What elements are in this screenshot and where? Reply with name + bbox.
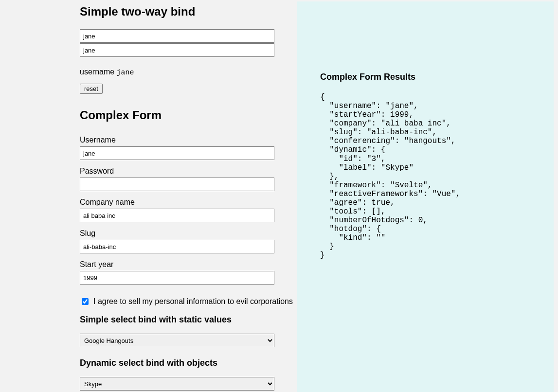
startyear-input[interactable] <box>80 271 274 285</box>
username-input[interactable] <box>80 146 274 160</box>
startyear-field-label: Start year <box>80 260 297 269</box>
simple-bind-heading: Simple two-way bind <box>80 5 297 18</box>
username-field-label: Username <box>80 136 297 144</box>
dynamic-select[interactable]: Skype <box>80 377 274 391</box>
simple-select[interactable]: Google Hangouts <box>80 334 274 347</box>
password-field-label: Password <box>80 167 297 176</box>
slug-input[interactable] <box>80 240 274 253</box>
username-display: username jane <box>80 68 297 77</box>
company-input[interactable] <box>80 209 274 222</box>
password-input[interactable] <box>80 178 274 191</box>
company-field-label: Company name <box>80 198 297 207</box>
simple-input-2[interactable] <box>80 43 274 57</box>
agree-label: I agree to sell my personal information … <box>93 297 293 306</box>
agree-checkbox[interactable] <box>82 298 89 305</box>
reset-button[interactable]: reset <box>80 84 103 94</box>
dynamic-select-heading: Dynamic select bind with objects <box>80 358 297 368</box>
simple-select-heading: Simple select bind with static values <box>80 315 297 325</box>
slug-field-label: Slug <box>80 229 297 238</box>
complex-form-heading: Complex Form <box>80 108 297 122</box>
results-json: { "username": "jane", "startYear": 1999,… <box>320 93 554 260</box>
simple-input-1[interactable] <box>80 29 274 43</box>
username-label: username <box>80 68 114 76</box>
results-heading: Complex Form Results <box>320 72 554 82</box>
username-value: jane <box>117 69 134 77</box>
